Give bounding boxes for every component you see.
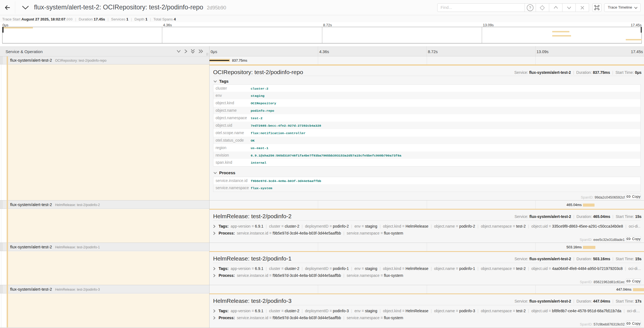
svg-text:?: ? [529, 6, 531, 10]
